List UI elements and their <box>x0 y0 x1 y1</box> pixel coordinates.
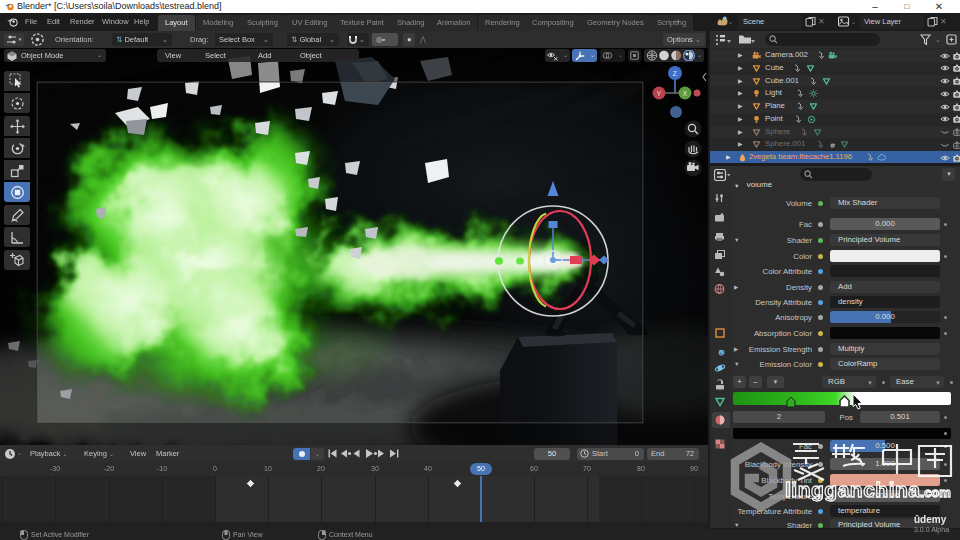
svg-text:X: X <box>683 90 688 97</box>
svg-text:Y: Y <box>657 90 662 97</box>
svg-text:Z: Z <box>673 70 678 77</box>
